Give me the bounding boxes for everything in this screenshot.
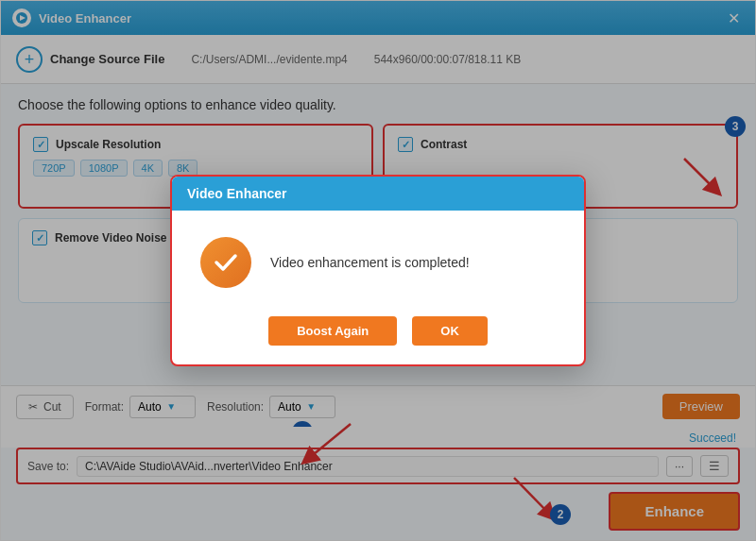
modal-title: Video Enhancer bbox=[187, 186, 287, 201]
modal-message: Video enhancement is completed! bbox=[270, 255, 470, 270]
success-icon bbox=[200, 237, 251, 288]
modal-header: Video Enhancer bbox=[172, 177, 584, 211]
ok-button[interactable]: OK bbox=[412, 316, 488, 346]
modal-overlay: Video Enhancer Video enhancement is comp… bbox=[1, 1, 755, 540]
modal-dialog: Video Enhancer Video enhancement is comp… bbox=[170, 175, 586, 366]
modal-footer: Boost Again OK bbox=[172, 307, 584, 364]
app-window: Video Enhancer ✕ + Change Source File C:… bbox=[0, 0, 756, 541]
boost-again-button[interactable]: Boost Again bbox=[268, 316, 397, 346]
modal-body: Video enhancement is completed! bbox=[172, 211, 584, 307]
